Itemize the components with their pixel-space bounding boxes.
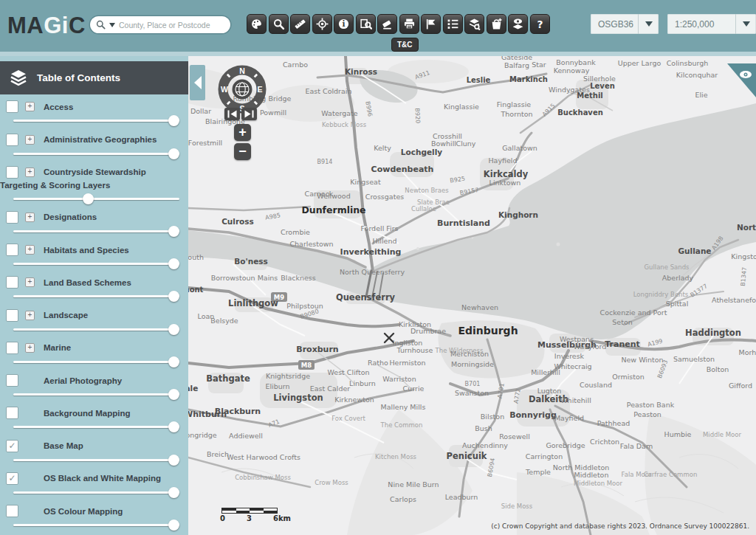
next-extent-button[interactable] bbox=[241, 108, 257, 120]
print-button[interactable] bbox=[399, 14, 419, 34]
opacity-slider[interactable] bbox=[13, 193, 179, 204]
opacity-slider[interactable] bbox=[13, 226, 179, 237]
layer-checkbox[interactable] bbox=[6, 211, 18, 224]
zoom-out-button[interactable]: − bbox=[234, 143, 251, 160]
slider-handle[interactable] bbox=[168, 487, 179, 498]
zoom-button[interactable] bbox=[269, 14, 289, 34]
layer-checkbox[interactable] bbox=[6, 276, 18, 289]
map-viewport[interactable]: M9M8 DollarBlairingonePowmillRumbling Br… bbox=[188, 56, 756, 535]
query-button[interactable] bbox=[356, 14, 376, 34]
layer-checkbox[interactable]: ✓ bbox=[6, 440, 18, 452]
opacity-slider[interactable] bbox=[13, 148, 179, 159]
slider-handle[interactable] bbox=[168, 421, 179, 432]
overview-map-toggle[interactable] bbox=[726, 63, 756, 97]
layer-checkbox[interactable] bbox=[6, 244, 18, 256]
opacity-slider[interactable] bbox=[13, 324, 179, 335]
basket-button[interactable] bbox=[487, 14, 506, 34]
expand-button[interactable]: + bbox=[25, 245, 35, 255]
opacity-slider[interactable] bbox=[13, 258, 179, 269]
slider-track bbox=[13, 230, 179, 232]
slider-handle[interactable] bbox=[168, 226, 179, 237]
opacity-slider[interactable] bbox=[13, 455, 179, 466]
search-input[interactable] bbox=[119, 21, 224, 30]
map-label: Knightsridge bbox=[266, 372, 310, 380]
map-label: Aberlady bbox=[662, 274, 694, 282]
map-label: Cowdenbeath bbox=[371, 165, 434, 174]
map-label: Auchendinny bbox=[462, 441, 508, 449]
opacity-slider[interactable] bbox=[13, 389, 179, 400]
opacity-slider[interactable] bbox=[13, 520, 179, 531]
sidebar-collapse-button[interactable] bbox=[190, 65, 205, 100]
expand-button[interactable]: + bbox=[25, 102, 35, 111]
expand-button[interactable]: + bbox=[25, 135, 35, 145]
opacity-slider[interactable] bbox=[13, 291, 179, 302]
legend-button[interactable] bbox=[443, 14, 463, 34]
slider-handle[interactable] bbox=[168, 389, 179, 400]
map-label: Carfrae Common bbox=[644, 471, 698, 478]
magic-map-app: MAGiC i? OSGB36 1:250,000 T&C bbox=[0, 0, 756, 535]
slider-handle[interactable] bbox=[168, 455, 179, 466]
previous-extent-button[interactable] bbox=[224, 108, 240, 120]
opacity-slider[interactable] bbox=[13, 115, 179, 126]
locate-button[interactable] bbox=[312, 14, 332, 34]
scale-select[interactable]: 1:250,000 bbox=[667, 14, 756, 34]
layer-checkbox[interactable] bbox=[6, 166, 18, 179]
layer-checkbox[interactable] bbox=[6, 342, 18, 354]
terms-tooltip[interactable]: T&C bbox=[391, 38, 419, 52]
layer-checkbox[interactable] bbox=[6, 309, 18, 322]
slider-handle[interactable] bbox=[83, 193, 94, 204]
expand-button[interactable]: + bbox=[25, 168, 35, 177]
compass-east: E bbox=[257, 85, 262, 94]
layer-row: +Habitats and Species bbox=[0, 244, 188, 256]
dropdown-caret-icon[interactable] bbox=[109, 23, 115, 27]
map-label: East Coldrain bbox=[305, 87, 351, 95]
toolbar: i? bbox=[247, 14, 550, 34]
erase-button[interactable] bbox=[377, 14, 397, 34]
layer-checkbox[interactable]: ✓ bbox=[6, 472, 18, 485]
layer-checkbox[interactable] bbox=[6, 134, 18, 146]
slider-handle[interactable] bbox=[168, 324, 179, 335]
expand-button[interactable]: + bbox=[25, 343, 35, 353]
identify-button[interactable]: i bbox=[334, 14, 354, 34]
layer-checkbox[interactable] bbox=[6, 374, 18, 387]
projection-caret-icon[interactable] bbox=[638, 14, 659, 34]
slider-handle[interactable] bbox=[168, 356, 179, 367]
layer-checkbox[interactable] bbox=[6, 505, 18, 517]
annotate-button[interactable] bbox=[421, 14, 441, 34]
scale-caret-icon[interactable] bbox=[735, 14, 756, 34]
help-button[interactable]: ? bbox=[530, 14, 550, 34]
map-label: Broxburn bbox=[296, 345, 338, 354]
expand-button[interactable]: + bbox=[25, 311, 35, 320]
projection-select[interactable]: OSGB36 bbox=[591, 14, 659, 34]
map-label: North Berwick bbox=[737, 223, 756, 232]
layer-checkbox[interactable] bbox=[6, 407, 18, 419]
map-label: Dollar bbox=[190, 107, 211, 115]
toc-item: +Marine bbox=[0, 342, 188, 367]
slider-handle[interactable] bbox=[168, 258, 179, 269]
zoom-in-button[interactable]: + bbox=[234, 124, 251, 141]
map-label: Gorebridge bbox=[546, 441, 585, 449]
expand-button[interactable]: + bbox=[25, 213, 35, 222]
opacity-slider[interactable] bbox=[13, 356, 179, 367]
expand-button[interactable]: + bbox=[25, 277, 35, 287]
slider-handle[interactable] bbox=[168, 115, 179, 126]
slider-handle[interactable] bbox=[168, 148, 179, 159]
search-box[interactable] bbox=[90, 16, 230, 33]
map-label: Bonnyrigg bbox=[509, 410, 557, 420]
map-label: Ormiston bbox=[612, 373, 645, 381]
map-label: Malleny Mills bbox=[381, 403, 426, 411]
slider-handle[interactable] bbox=[168, 520, 179, 531]
map-colours-button[interactable] bbox=[247, 14, 267, 34]
slider-handle[interactable] bbox=[168, 291, 179, 302]
map-label: Kinross bbox=[345, 67, 377, 76]
opacity-slider[interactable] bbox=[13, 421, 179, 432]
layer-visibility-button[interactable] bbox=[508, 14, 528, 34]
measure-button[interactable] bbox=[290, 14, 310, 34]
map-label: West Clifton bbox=[327, 368, 369, 376]
opacity-slider[interactable] bbox=[13, 487, 179, 498]
map-label: Bonnybank bbox=[556, 58, 596, 66]
search-layers-button[interactable] bbox=[464, 14, 484, 34]
map-label: North Queensferry bbox=[340, 268, 405, 276]
compass-control[interactable]: N E S W bbox=[217, 64, 267, 114]
layer-checkbox[interactable] bbox=[6, 100, 18, 113]
